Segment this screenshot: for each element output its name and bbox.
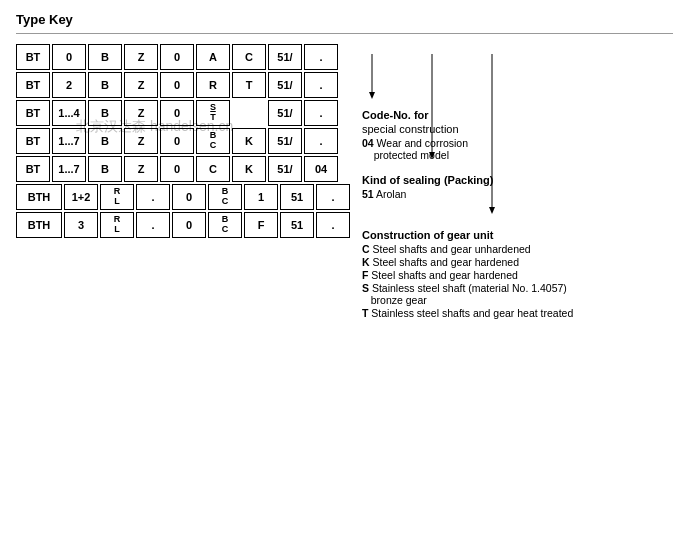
divider: [16, 33, 673, 34]
cell-bt1: BT: [16, 44, 50, 70]
cell-t: T: [232, 72, 266, 98]
cell-bc2: BC: [208, 184, 242, 210]
gear-item-f: F Steel shafts and gear hardened: [362, 269, 573, 281]
gear-item-s: S Stainless steel shaft (material No. 1.…: [362, 282, 573, 306]
sealing-legend: Kind of sealing (Packing) 51 Arolan: [362, 174, 493, 201]
cell-b5: B: [88, 156, 122, 182]
code-f: F: [362, 269, 368, 281]
cell-b1: B: [88, 44, 122, 70]
cell-bt2: BT: [16, 72, 50, 98]
cell-u-st: ST: [196, 100, 230, 126]
cell-0e: 0: [160, 128, 194, 154]
code-s: S: [362, 282, 369, 294]
table-row: BT 1...7 B Z 0 C K 51/ 04: [16, 156, 350, 182]
cell-bt4: BT: [16, 128, 50, 154]
cell-dot1: .: [304, 44, 338, 70]
cell-c1: C: [232, 44, 266, 70]
page-container: Type Key BT 0 B Z 0 A C 51/ .: [16, 12, 673, 238]
code-c: C: [362, 243, 370, 255]
code-no-legend: Code-No. for special construction 04 Wea…: [362, 109, 468, 162]
code-no-subtitle: special construction: [362, 123, 468, 135]
cell-3: 3: [64, 212, 98, 238]
section-title: Type Key: [16, 12, 673, 27]
cell-a: A: [196, 44, 230, 70]
cell-04: 04: [304, 156, 338, 182]
cell-51b: 51/: [268, 72, 302, 98]
cell-51d: 51/: [268, 128, 302, 154]
cell-bt5: BT: [16, 156, 50, 182]
cell-51f: 51: [280, 184, 314, 210]
cell-rl2: RL: [100, 212, 134, 238]
cell-bc3: BC: [208, 212, 242, 238]
cell-0: 0: [52, 44, 86, 70]
cell-z2: Z: [124, 72, 158, 98]
cell-0h: 0: [172, 212, 206, 238]
cell-dot8: .: [316, 212, 350, 238]
cell-dot2: .: [304, 72, 338, 98]
cell-z3: Z: [124, 100, 158, 126]
cell-k2: K: [232, 156, 266, 182]
cell-0d: 0: [160, 100, 194, 126]
cell-0c: 0: [160, 72, 194, 98]
gear-unit-legend: Construction of gear unit C Steel shafts…: [362, 229, 573, 320]
code-no-item: 04 Wear and corrosion protected model: [362, 137, 468, 161]
code-t: T: [362, 307, 368, 319]
sealing-item: 51 Arolan: [362, 188, 493, 200]
table-row: BTH 1+2 RL . 0 BC 1 51 .: [16, 184, 350, 210]
cell-bth2: BTH: [16, 212, 62, 238]
cell-dot5: .: [136, 184, 170, 210]
cell-b3: B: [88, 100, 122, 126]
svg-marker-1: [369, 92, 375, 99]
cell-0f: 0: [160, 156, 194, 182]
cell-1: 1: [244, 184, 278, 210]
table-row: BT 1...7 B Z 0 BC K 51/ .: [16, 128, 350, 154]
cell-14: 1...4: [52, 100, 86, 126]
cell-z1: Z: [124, 44, 158, 70]
table-row: BT 2 B Z 0 R T 51/ .: [16, 72, 350, 98]
cell-k1: K: [232, 128, 266, 154]
cell-51e: 51/: [268, 156, 302, 182]
cell-dot4: .: [304, 128, 338, 154]
cell-17b: 1...7: [52, 156, 86, 182]
cell-bth1: BTH: [16, 184, 62, 210]
cell-2: 2: [52, 72, 86, 98]
cell-51a: 51/: [268, 44, 302, 70]
main-content: BT 0 B Z 0 A C 51/ . BT 2 B Z 0: [16, 44, 673, 238]
gear-item-k: K Steel shafts and gear hardened: [362, 256, 573, 268]
cell-b4: B: [88, 128, 122, 154]
gear-item-c: C Steel shafts and gear unhardened: [362, 243, 573, 255]
cell-dot7: .: [136, 212, 170, 238]
svg-marker-5: [489, 207, 495, 214]
cell-b2: B: [88, 72, 122, 98]
code-51: 51: [362, 188, 374, 200]
cell-dot3: .: [304, 100, 338, 126]
cell-rl1: RL: [100, 184, 134, 210]
cell-z5: Z: [124, 156, 158, 182]
legend-area: Code-No. for special construction 04 Wea…: [362, 44, 689, 238]
cell-bc1: BC: [196, 128, 230, 154]
cell-17a: 1...7: [52, 128, 86, 154]
gear-item-t: T Stainless steel shafts and gear heat t…: [362, 307, 573, 319]
cell-dot6: .: [316, 184, 350, 210]
code-no-title: Code-No. for: [362, 109, 468, 121]
cell-0g: 0: [172, 184, 206, 210]
code-k: K: [362, 256, 370, 268]
table-row: BT 1...4 B Z 0 ST 51/ .: [16, 100, 350, 126]
gear-unit-title: Construction of gear unit: [362, 229, 573, 241]
table-row: BT 0 B Z 0 A C 51/ .: [16, 44, 350, 70]
code-04: 04: [362, 137, 374, 149]
cell-12: 1+2: [64, 184, 98, 210]
cell-0b: 0: [160, 44, 194, 70]
sealing-title: Kind of sealing (Packing): [362, 174, 493, 186]
table-row: BTH 3 RL . 0 BC F 51 .: [16, 212, 350, 238]
cell-z4: Z: [124, 128, 158, 154]
cell-f: F: [244, 212, 278, 238]
cell-r: R: [196, 72, 230, 98]
cell-c2: C: [196, 156, 230, 182]
cell-51c: 51/: [268, 100, 302, 126]
type-key-grid: BT 0 B Z 0 A C 51/ . BT 2 B Z 0: [16, 44, 350, 238]
cell-bt3: BT: [16, 100, 50, 126]
cell-51g: 51: [280, 212, 314, 238]
